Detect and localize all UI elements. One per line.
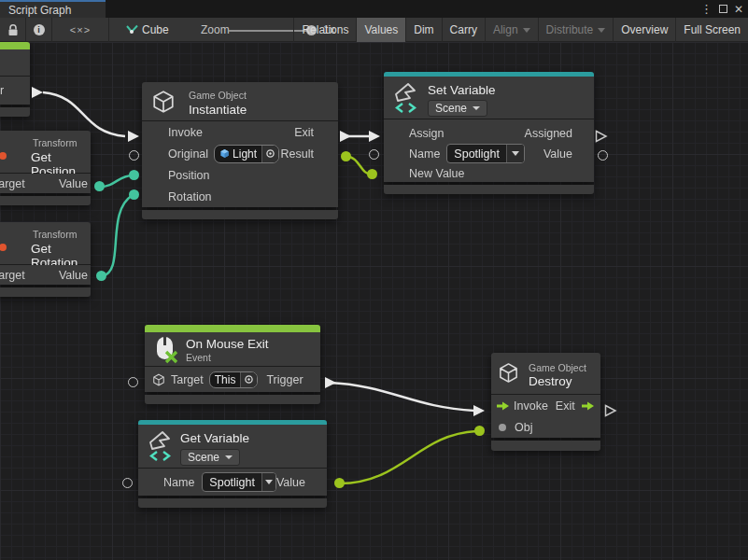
- info-icon: i: [34, 24, 45, 35]
- fullscreen-button[interactable]: Full Screen: [675, 18, 748, 42]
- port-value-out[interactable]: [598, 150, 608, 161]
- variable-name-value: Spotlight: [447, 147, 506, 161]
- cube-icon: [151, 90, 176, 114]
- graph-asset-icon: [124, 18, 139, 42]
- variable-kind-dropdown[interactable]: Scene: [180, 449, 240, 466]
- node-category: Transform: [33, 229, 77, 240]
- port-exit-out[interactable]: [604, 404, 617, 417]
- port-label-assign: Assign: [409, 127, 445, 140]
- tab-script-graph[interactable]: Script Graph: [0, 0, 106, 18]
- graph-target-label: Cube: [142, 18, 169, 42]
- port-original-in[interactable]: [129, 150, 139, 161]
- graph-canvas[interactable]: r Transform Get Position Target Value: [0, 42, 748, 560]
- original-object-field[interactable]: Light: [214, 145, 279, 163]
- maximize-icon[interactable]: [719, 5, 727, 13]
- port-label-result: Result: [281, 147, 314, 161]
- close-icon[interactable]: ✕: [734, 4, 743, 15]
- node-set-variable[interactable]: Set Variable Scene Assign Assigned Name …: [384, 72, 594, 194]
- flow-wire-enter-to-instantiate: [43, 92, 125, 136]
- port-label-target: Target: [0, 269, 25, 282]
- port-obj-in[interactable]: [474, 426, 485, 436]
- kebab-menu-icon[interactable]: ⋮: [700, 3, 713, 15]
- target-object-field[interactable]: This: [209, 371, 259, 388]
- tab-strip: Script Graph ⋮ ✕: [0, 0, 748, 18]
- port-label-trigger: Trigger: [266, 373, 303, 386]
- chevron-down-icon: [506, 145, 524, 162]
- port-getrotation-value-out[interactable]: [96, 271, 106, 281]
- port-label-invoke: Invoke: [168, 126, 203, 139]
- object-field-value: This: [210, 372, 241, 387]
- variable-icon: [147, 429, 176, 463]
- port-assigned-out[interactable]: [595, 130, 608, 143]
- port-label-name: Name: [409, 147, 440, 161]
- variable-kind-dropdown[interactable]: Scene: [428, 100, 487, 117]
- port-rotation-in[interactable]: [129, 189, 139, 200]
- object-picker-icon[interactable]: [261, 146, 278, 162]
- port-label-obj: Obj: [515, 421, 532, 434]
- port-label-position: Position: [168, 169, 209, 182]
- port-label-exit: Exit: [294, 126, 314, 139]
- chevron-down-icon: [473, 106, 480, 110]
- info-button[interactable]: i: [26, 18, 51, 42]
- cube-icon: [498, 362, 519, 384]
- transform-icon: [0, 152, 7, 160]
- node-partial-event[interactable]: r: [0, 42, 30, 117]
- chevron-down-icon: [261, 473, 275, 491]
- node-category: Game Object: [529, 362, 586, 373]
- node-instantiate[interactable]: Game Object Instantiate Invoke Exit Orig…: [142, 82, 338, 219]
- variable-icon: [392, 81, 422, 115]
- port-name-in[interactable]: [369, 149, 379, 160]
- node-category: Transform: [33, 137, 77, 148]
- align-dropdown[interactable]: Align: [485, 18, 538, 42]
- port-trigger-out[interactable]: [31, 86, 44, 99]
- graph-toolbar: i <×> Cube Zoom 1x Relations Values Dim: [0, 18, 748, 42]
- port-trigger-out[interactable]: [324, 376, 337, 389]
- node-on-mouse-exit[interactable]: On Mouse Exit Event Target This Trigger: [145, 325, 320, 404]
- port-assign-in[interactable]: [368, 130, 381, 143]
- lock-button[interactable]: [0, 18, 25, 42]
- node-subtitle: Event: [186, 352, 211, 363]
- gameobject-icon: [219, 148, 230, 159]
- variable-name-dropdown[interactable]: Spotlight: [446, 144, 525, 163]
- value-dot-icon: [499, 424, 506, 431]
- port-invoke-in[interactable]: [127, 130, 140, 143]
- carry-button[interactable]: Carry: [442, 18, 485, 42]
- node-destroy[interactable]: Game Object Destroy Invoke Exit: [491, 353, 600, 451]
- distribute-dropdown[interactable]: Distribute: [538, 18, 614, 42]
- port-target-in[interactable]: [128, 377, 138, 387]
- port-label-value: Value: [543, 147, 572, 161]
- node-get-variable[interactable]: Get Variable Scene Name Spotlight Value: [138, 420, 327, 508]
- cube-icon: [152, 373, 165, 386]
- port-label-value: Value: [276, 476, 305, 489]
- inspect-button[interactable]: <×>: [52, 18, 108, 42]
- mouse-exit-icon: [154, 335, 178, 365]
- node-title: Set Variable: [428, 83, 496, 97]
- port-name-in[interactable]: [122, 478, 133, 488]
- port-position-in[interactable]: [129, 170, 139, 180]
- port-label-name: Name: [163, 476, 194, 489]
- node-title: Destroy: [529, 374, 572, 388]
- overview-button[interactable]: Overview: [613, 18, 675, 42]
- variable-kind-value: Scene: [188, 451, 219, 464]
- node-get-position[interactable]: Transform Get Position Target Value: [0, 131, 91, 205]
- port-value-out[interactable]: [334, 478, 345, 488]
- port-invoke-in[interactable]: [473, 404, 486, 417]
- port-label-assigned: Assigned: [525, 127, 572, 140]
- relations-button[interactable]: Relations: [293, 18, 356, 42]
- window-controls: ⋮ ✕: [700, 0, 743, 18]
- values-button[interactable]: Values: [356, 18, 405, 42]
- port-label-value: Value: [59, 269, 88, 282]
- port-result-out[interactable]: [341, 151, 351, 161]
- port-exit-out[interactable]: [339, 130, 352, 143]
- node-get-rotation[interactable]: Transform Get Rotation Target Value: [0, 222, 91, 297]
- code-icon: <×>: [70, 24, 91, 35]
- variable-name-dropdown[interactable]: Spotlight: [202, 472, 276, 492]
- port-getposition-value-out[interactable]: [94, 181, 105, 191]
- dim-button[interactable]: Dim: [405, 18, 441, 42]
- node-category: Game Object: [189, 90, 247, 101]
- object-picker-icon[interactable]: [240, 372, 257, 387]
- port-label-trigger-fragment: r: [0, 84, 4, 97]
- connections: [0, 42, 748, 560]
- chevron-down-icon: [523, 28, 530, 33]
- port-new-value-in[interactable]: [367, 169, 377, 179]
